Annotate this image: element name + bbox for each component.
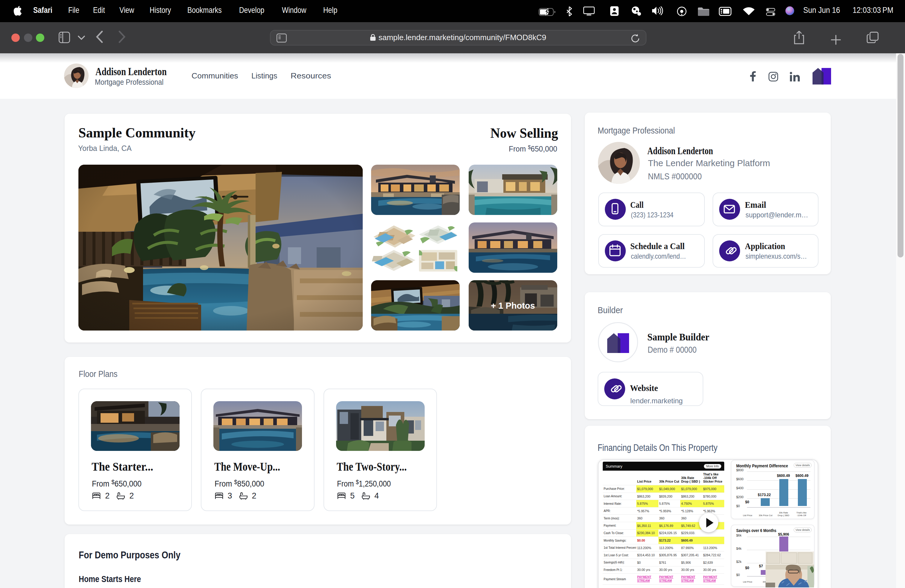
- svg-text:+ 1 Photos: + 1 Photos: [491, 301, 535, 310]
